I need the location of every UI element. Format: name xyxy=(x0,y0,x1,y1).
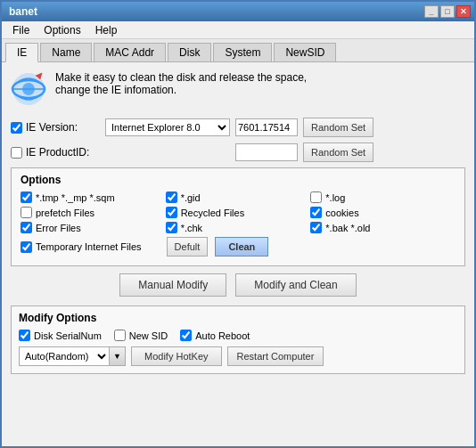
option-chk-checkbox[interactable] xyxy=(166,222,177,233)
option-recycled: Recycled Files xyxy=(166,207,311,218)
content-area: Make it easy to clean the disk and relea… xyxy=(2,62,474,446)
info-banner: Make it easy to clean the disk and relea… xyxy=(11,71,465,107)
options-group: Options *.tmp *._mp *.sqm *.gid *.log xyxy=(11,167,465,266)
dropdown-arrow-icon[interactable]: ▼ xyxy=(109,347,125,365)
modify-options-group: Modify Options Disk SerialNum New SID Au… xyxy=(11,305,465,374)
modify-options-title: Modify Options xyxy=(19,312,457,324)
title-bar: banet _ □ ✕ xyxy=(2,2,474,21)
modify-disk-serial: Disk SerialNum xyxy=(19,330,102,341)
manual-modify-button[interactable]: Manual Modify xyxy=(119,273,226,297)
maximize-button[interactable]: □ xyxy=(440,5,455,18)
option-prefetch: prefetch Files xyxy=(21,207,166,218)
tab-system[interactable]: System xyxy=(213,43,272,61)
modify-bottom: Auto(Random) Manual ▼ Modify HotKey Rest… xyxy=(19,346,457,366)
minimize-button[interactable]: _ xyxy=(424,5,439,18)
auto-random-dropdown[interactable]: Auto(Random) Manual ▼ xyxy=(19,346,126,366)
tab-name[interactable]: Name xyxy=(40,43,92,61)
ie-icon xyxy=(11,71,46,107)
auto-random-select[interactable]: Auto(Random) Manual xyxy=(20,347,109,365)
action-row: Manual Modify Modify and Clean xyxy=(11,273,465,297)
close-button[interactable]: ✕ xyxy=(456,5,471,18)
ie-version-random-button[interactable]: Random Set xyxy=(303,118,373,137)
option-tmp: *.tmp *._mp *.sqm xyxy=(21,191,166,203)
option-error: Error Files xyxy=(21,222,166,233)
tab-disk[interactable]: Disk xyxy=(168,43,211,61)
modify-new-sid: New SID xyxy=(114,330,168,341)
main-window: banet _ □ ✕ File Options Help IE Name MA… xyxy=(0,0,476,448)
ie-productid-input[interactable] xyxy=(235,143,298,161)
options-title: Options xyxy=(21,174,455,186)
option-prefetch-checkbox[interactable] xyxy=(21,207,32,218)
modify-checks: Disk SerialNum New SID Auto Reboot xyxy=(19,330,457,341)
option-log-checkbox[interactable] xyxy=(310,191,322,203)
modify-hotkey-button[interactable]: Modify HotKey xyxy=(131,346,222,366)
auto-reboot-checkbox[interactable] xyxy=(180,330,192,341)
temp-internet-row: Temporary Internet Files Defult Clean xyxy=(21,237,455,257)
options-grid: *.tmp *._mp *.sqm *.gid *.log prefetch F… xyxy=(21,191,455,233)
title-controls: _ □ ✕ xyxy=(424,5,471,18)
option-gid: *.gid xyxy=(166,191,311,203)
ie-version-row: IE Version: Internet Explorer 8.0 Intern… xyxy=(11,118,465,137)
tab-newsid[interactable]: NewSID xyxy=(274,43,336,61)
option-temp-internet-checkbox[interactable] xyxy=(21,241,32,253)
option-recycled-checkbox[interactable] xyxy=(166,207,177,218)
ie-version-checkbox[interactable] xyxy=(11,122,22,134)
menu-bar: File Options Help xyxy=(2,21,474,39)
ie-version-input[interactable] xyxy=(235,118,298,136)
menu-options[interactable]: Options xyxy=(37,22,87,38)
ie-version-select[interactable]: Internet Explorer 8.0 Internet Explorer … xyxy=(105,118,230,136)
ie-productid-checkbox[interactable] xyxy=(11,147,22,159)
window-title: banet xyxy=(9,5,37,18)
option-bak-checkbox[interactable] xyxy=(310,222,322,233)
disk-serial-checkbox[interactable] xyxy=(19,330,30,341)
tab-ie[interactable]: IE xyxy=(5,43,38,62)
option-tmp-checkbox[interactable] xyxy=(21,191,32,203)
modify-auto-reboot: Auto Reboot xyxy=(180,330,250,341)
option-bak: *.bak *.old xyxy=(310,222,455,233)
option-log: *.log xyxy=(310,191,455,203)
restart-computer-button[interactable]: Restart Computer xyxy=(227,346,324,366)
menu-file[interactable]: File xyxy=(5,22,37,38)
option-error-checkbox[interactable] xyxy=(21,222,32,233)
option-cookies: cookies xyxy=(310,207,455,218)
ie-productid-label: IE ProductID: xyxy=(11,146,100,159)
ie-version-label: IE Version: xyxy=(11,121,100,134)
option-gid-checkbox[interactable] xyxy=(166,191,177,203)
tab-mac-addr[interactable]: MAC Addr xyxy=(94,43,166,61)
menu-help[interactable]: Help xyxy=(88,22,125,38)
ie-productid-row: IE ProductID: Random Set xyxy=(11,143,465,162)
ie-productid-random-button[interactable]: Random Set xyxy=(303,143,373,162)
option-cookies-checkbox[interactable] xyxy=(310,207,322,218)
clean-button[interactable]: Clean xyxy=(215,237,268,257)
new-sid-checkbox[interactable] xyxy=(114,330,126,341)
option-temp-internet: Temporary Internet Files xyxy=(21,241,142,253)
modify-and-clean-button[interactable]: Modify and Clean xyxy=(235,273,356,297)
tabs-bar: IE Name MAC Addr Disk System NewSID xyxy=(2,39,474,62)
info-text: Make it easy to clean the disk and relea… xyxy=(55,71,307,96)
option-chk: *.chk xyxy=(166,222,311,233)
defult-button[interactable]: Defult xyxy=(167,237,209,257)
